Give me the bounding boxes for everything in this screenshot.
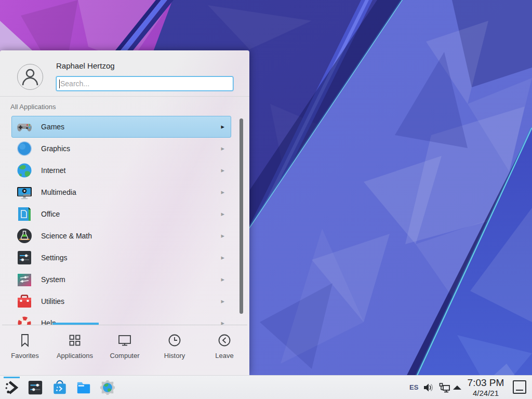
- user-icon: [18, 64, 43, 89]
- keyboard-layout-indicator[interactable]: ES: [409, 383, 418, 391]
- list-scrollbar[interactable]: [240, 118, 243, 314]
- category-label: Internet: [41, 160, 65, 181]
- category-label: Multimedia: [41, 182, 76, 203]
- category-utilities[interactable]: Utilities ▸: [11, 290, 231, 312]
- search-placeholder: Search...: [60, 79, 89, 88]
- category-internet[interactable]: Internet ▸: [11, 159, 231, 181]
- web-browser-launcher[interactable]: [100, 380, 115, 395]
- submenu-arrow-icon: ▸: [221, 204, 224, 224]
- category-label: Utilities: [41, 291, 64, 312]
- application-launcher-button[interactable]: [4, 380, 20, 395]
- computer-icon: [116, 332, 133, 349]
- clock-date: 4/24/21: [464, 389, 508, 397]
- desktop: Raphael Hertzog Search... All Applicatio…: [0, 0, 532, 399]
- submenu-arrow-icon: ▸: [221, 247, 224, 268]
- applications-grid-icon: [66, 332, 83, 349]
- tab-computer[interactable]: Computer: [100, 325, 150, 375]
- tab-label: Favorites: [11, 352, 38, 360]
- category-multimedia[interactable]: Multimedia ▸: [11, 181, 231, 203]
- category-graphics[interactable]: Graphics ▸: [11, 138, 231, 159]
- category-games[interactable]: Games ▸: [11, 116, 231, 138]
- help-lifering-icon: [16, 315, 33, 325]
- category-label: Games: [41, 116, 64, 137]
- submenu-arrow-icon: ▸: [221, 269, 224, 290]
- category-label: Office: [41, 204, 60, 224]
- submenu-arrow-icon: ▸: [221, 116, 224, 137]
- settings-sliders-icon: [16, 249, 33, 266]
- launcher-active-indicator: [4, 377, 20, 378]
- leave-back-icon: [216, 332, 233, 349]
- clock-time: 7:03 PM: [464, 377, 508, 389]
- submenu-arrow-icon: ▸: [221, 313, 224, 325]
- application-launcher-menu: Raphael Hertzog Search... All Applicatio…: [0, 50, 249, 375]
- category-label: System: [41, 269, 65, 290]
- tab-favorites[interactable]: Favorites: [0, 325, 50, 375]
- submenu-arrow-icon: ▸: [221, 160, 224, 181]
- tab-applications[interactable]: Applications: [50, 325, 100, 375]
- show-desktop-button[interactable]: [513, 380, 526, 394]
- category-help[interactable]: Help ▸: [11, 312, 231, 325]
- category-label: Science & Math: [41, 225, 92, 246]
- tab-leave[interactable]: Leave: [200, 325, 249, 375]
- science-flask-icon: [16, 228, 33, 244]
- tab-label: Applications: [57, 352, 93, 360]
- gamepad-icon: [16, 118, 33, 135]
- category-settings[interactable]: Settings ▸: [11, 247, 231, 269]
- category-office[interactable]: Office ▸: [11, 203, 231, 225]
- tab-label: History: [164, 352, 185, 360]
- tab-label: Leave: [215, 352, 233, 360]
- bookmark-icon: [17, 332, 33, 349]
- history-clock-icon: [166, 332, 183, 349]
- graphics-ball-icon: [16, 140, 33, 157]
- user-avatar[interactable]: [17, 64, 43, 90]
- header-divider: [0, 96, 249, 97]
- volume-icon[interactable]: [423, 382, 434, 393]
- system-icon: [16, 271, 33, 288]
- globe-icon: [16, 162, 33, 179]
- category-label: Graphics: [41, 138, 70, 159]
- tab-label: Computer: [110, 352, 139, 360]
- discover-launcher[interactable]: [52, 380, 68, 395]
- submenu-arrow-icon: ▸: [221, 182, 224, 203]
- tray-expand-arrow[interactable]: [453, 385, 461, 390]
- taskbar-panel: ES 7:03 PM 4/24/21: [0, 375, 532, 399]
- submenu-arrow-icon: ▸: [221, 291, 224, 312]
- office-document-icon: [16, 206, 33, 222]
- network-icon[interactable]: [438, 382, 451, 394]
- digital-clock[interactable]: 7:03 PM 4/24/21: [464, 377, 508, 397]
- category-science-math[interactable]: Science & Math ▸: [11, 225, 231, 247]
- user-name: Raphael Hertzog: [56, 61, 115, 70]
- multimedia-icon: [16, 184, 33, 201]
- submenu-arrow-icon: ▸: [221, 225, 224, 246]
- file-manager-launcher[interactable]: [76, 380, 91, 395]
- category-system[interactable]: System ▸: [11, 269, 231, 290]
- toolbox-icon: [16, 293, 33, 310]
- submenu-arrow-icon: ▸: [221, 138, 224, 159]
- section-label: All Applications: [10, 103, 56, 111]
- launcher-tab-bar: Favorites Applications Computer: [0, 325, 249, 375]
- category-list: Games ▸ Graphics ▸ Intern: [0, 115, 249, 325]
- system-settings-launcher[interactable]: [28, 380, 43, 395]
- text-cursor: [59, 79, 60, 88]
- search-input[interactable]: Search...: [56, 76, 233, 91]
- category-label: Settings: [41, 247, 68, 268]
- tab-history[interactable]: History: [150, 325, 200, 375]
